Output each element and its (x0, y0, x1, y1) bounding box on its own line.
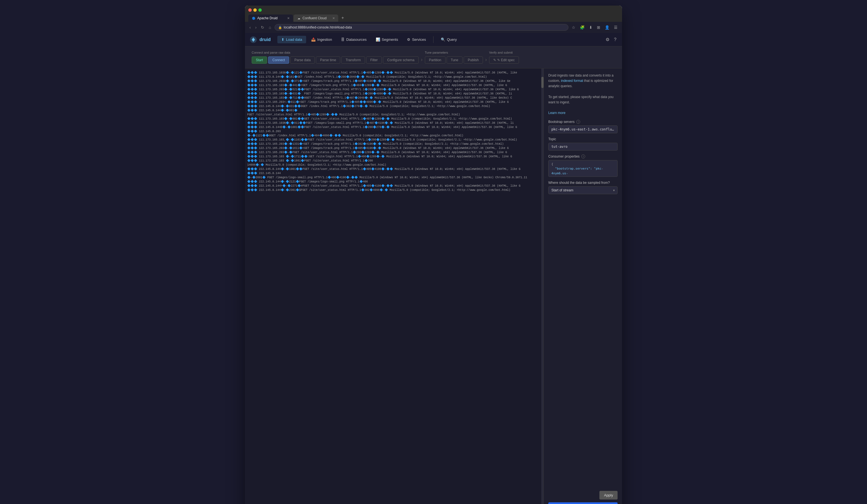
data-preview-inner[interactable]: 🔷🔷🔷 111.173.165.1038🔷-🔷121🔷FGET /site/us… (245, 68, 544, 504)
bookmark-icon[interactable]: ☆ (571, 24, 577, 30)
panel-description: Druid ingests raw data and converts it i… (548, 73, 618, 116)
data-preview-panel[interactable]: 🔷🔷🔷 111.173.165.1038🔷-🔷121🔷FGET /site/us… (245, 68, 544, 504)
traffic-lights (248, 8, 262, 12)
nav-item-segments-label: Segments (382, 37, 398, 42)
wizard-group-submit-label: Verify and submit (489, 51, 519, 54)
data-preview-text: 🔷🔷🔷 111.173.165.1038🔷-🔷121🔷FGET /site/us… (247, 71, 541, 192)
sample-from-select[interactable]: Start of stream End of stream (548, 186, 618, 194)
download-icon[interactable]: ⬇ (588, 24, 593, 30)
nav-item-query[interactable]: 🔍 Query (437, 36, 461, 43)
back-button[interactable]: ‹ (248, 24, 252, 30)
browser-chrome: 🔵 Apache Druid ✕ ☁ Confluent Cloud ✕ + (245, 6, 622, 22)
scrollbar-thumb[interactable] (541, 77, 544, 88)
logo-text: druid (259, 37, 271, 42)
step-tab-parse-time[interactable]: Parse time (316, 56, 340, 64)
nav-item-services-label: Services (412, 37, 426, 42)
nav-item-ingestion[interactable]: 📥 Ingestion (307, 36, 336, 43)
wizard-group-tune-label: Tune parameters (425, 51, 483, 54)
home-button[interactable]: ⌂ (268, 24, 272, 30)
forward-button[interactable]: › (254, 24, 258, 30)
profile-icon[interactable]: 👤 (603, 24, 611, 30)
datasources-icon: 🗄 (341, 37, 345, 42)
step-tab-tune[interactable]: Tune (447, 56, 462, 64)
topic-label: Topic (548, 137, 618, 141)
nav-item-datasources[interactable]: 🗄 Datasources (337, 36, 371, 43)
minimize-button[interactable] (253, 8, 257, 12)
help-button[interactable]: ? (613, 36, 618, 43)
consumer-properties-label: Consumer properties i (548, 154, 618, 158)
address-field[interactable]: 🔒 localhost:8888/unified-console.html#lo… (275, 24, 568, 31)
step-tab-connect[interactable]: Connect (268, 56, 289, 64)
nav-item-ingestion-label: Ingestion (317, 37, 332, 42)
next-button[interactable]: Next: Parse data → (548, 502, 618, 504)
query-icon: 🔍 (441, 37, 445, 42)
apply-button[interactable]: Apply (599, 491, 618, 500)
wizard-group-submit-tabs: ✎ ✎ Edit spec (489, 56, 519, 64)
bootstrap-servers-field: Bootstrap servers i pkc-4nym6.us-east-1.… (548, 120, 618, 133)
tab-close-confluent[interactable]: ✕ (332, 17, 335, 20)
app-container: druid ⬆ Load data 📥 Ingestion 🗄 Datasour… (245, 33, 622, 504)
sample-from-select-wrapper: Start of stream End of stream ▼ (548, 186, 618, 194)
address-text: localhost:8888/unified-console.html#load… (284, 25, 352, 29)
tab-label-confluent: Confluent Cloud (302, 16, 327, 20)
consumer-properties-info-icon[interactable]: i (581, 154, 585, 158)
bootstrap-servers-value[interactable]: pkc-4nym6.us-east-1.aws.confluent.cloud: (548, 126, 618, 133)
step-tab-partition[interactable]: Partition (425, 56, 446, 64)
step-tab-edit-spec[interactable]: ✎ ✎ Edit spec (489, 56, 519, 64)
step-tab-parse-data[interactable]: Parse data (290, 56, 315, 64)
extensions-icon[interactable]: 🧩 (579, 24, 586, 30)
wizard-group-tune: Tune parameters Partition Tune Publish (425, 51, 483, 64)
learn-more-link[interactable]: Learn more (548, 111, 565, 115)
svg-point-1 (253, 39, 254, 41)
nav-item-services[interactable]: ⚙ Services (403, 36, 430, 43)
step-tab-configure-schema[interactable]: Configure schema (383, 56, 418, 64)
lock-icon: 🔒 (278, 26, 282, 29)
indexed-format-link[interactable]: indexed format (561, 79, 583, 83)
druid-logo[interactable]: druid (249, 36, 271, 44)
panel-bottom: Apply Next: Parse data → (548, 491, 618, 504)
step-arrow-2: › (483, 57, 489, 63)
wizard-header: Connect and parse raw data Start Connect… (245, 46, 622, 68)
close-button[interactable] (248, 8, 251, 12)
consumer-properties-value[interactable]: { "bootstrap.servers": "pkc-4nym6.us- "s… (548, 160, 618, 177)
step-tab-start[interactable]: Start (251, 56, 267, 64)
step-tab-transform[interactable]: Transform (341, 56, 365, 64)
top-nav: druid ⬆ Load data 📥 Ingestion 🗄 Datasour… (245, 33, 622, 46)
segments-icon: 📊 (376, 37, 380, 42)
scrollbar[interactable] (541, 68, 544, 504)
new-tab-button[interactable]: + (339, 14, 347, 22)
topic-field: Topic tut-avro (548, 137, 618, 151)
maximize-button[interactable] (258, 8, 262, 12)
step-tab-publish[interactable]: Publish (464, 56, 483, 64)
tab-apache-druid[interactable]: 🔵 Apache Druid ✕ (248, 14, 293, 22)
bootstrap-servers-label: Bootstrap servers i (548, 120, 618, 124)
tab-favicon-druid: 🔵 (251, 16, 256, 20)
nav-items: ⬆ Load data 📥 Ingestion 🗄 Datasources 📊 … (277, 36, 604, 43)
wizard-steps: Connect and parse raw data Start Connect… (251, 51, 616, 64)
tab-close-druid[interactable]: ✕ (287, 17, 290, 20)
menu-icon[interactable]: ☰ (613, 24, 619, 30)
wizard-group-tune-tabs: Partition Tune Publish (425, 56, 483, 64)
edit-spec-label: ✎ Edit spec (497, 58, 515, 62)
wizard-group-connect-tabs: Start Connect Parse data Parse time Tran… (251, 56, 419, 64)
wizard-group-connect: Connect and parse raw data Start Connect… (251, 51, 419, 64)
settings-button[interactable]: ⚙ (604, 36, 611, 43)
load-data-icon: ⬆ (281, 37, 284, 42)
consumer-properties-field: Consumer properties i { "bootstrap.serve… (548, 154, 618, 177)
step-tab-filter[interactable]: Filter (366, 56, 382, 64)
nav-divider (433, 36, 434, 43)
nav-item-datasources-label: Datasources (346, 37, 367, 42)
main-content: 🔷🔷🔷 111.173.165.1038🔷-🔷121🔷FGET /site/us… (245, 68, 622, 504)
topic-value[interactable]: tut-avro (548, 143, 618, 151)
nav-item-load-data[interactable]: ⬆ Load data (277, 36, 306, 43)
nav-item-load-data-label: Load data (286, 37, 302, 42)
sample-from-field: Where should the data be sampled from? S… (548, 181, 618, 194)
refresh-button[interactable]: ↻ (260, 24, 265, 30)
bootstrap-servers-info-icon[interactable]: i (576, 120, 580, 124)
tab-confluent-cloud[interactable]: ☁ Confluent Cloud ✕ (293, 14, 338, 22)
grid-icon[interactable]: ⊞ (596, 24, 601, 30)
tab-favicon-confluent: ☁ (297, 16, 301, 20)
nav-item-segments[interactable]: 📊 Segments (372, 36, 402, 43)
step-arrow-1: › (419, 57, 425, 63)
description-part3: To get started, please specify what data… (548, 95, 613, 104)
